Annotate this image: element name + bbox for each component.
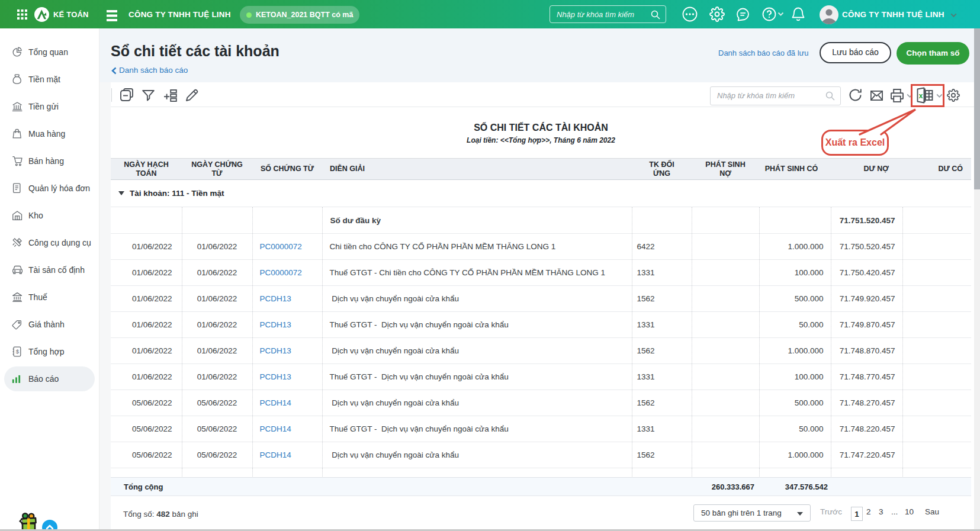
- svg-text:$: $: [16, 348, 20, 355]
- svg-text:x: x: [919, 92, 923, 100]
